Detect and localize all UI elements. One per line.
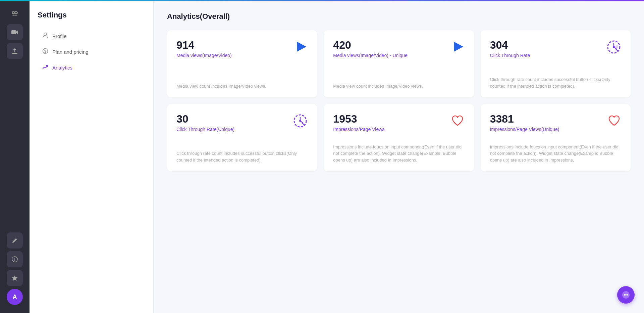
cards-grid: 914 Media views(Image/Video) Media view …: [167, 30, 631, 171]
star-icon[interactable]: [7, 270, 23, 286]
svg-marker-12: [297, 42, 306, 52]
svg-rect-4: [11, 30, 16, 34]
card-number-3: 304: [490, 40, 530, 50]
svg-marker-8: [12, 275, 18, 281]
card-header-5: 1953 Impressions/Page Views: [333, 114, 464, 133]
plan-icon: S: [42, 48, 48, 56]
plan-label: Plan and pricing: [52, 49, 89, 55]
card-desc-5: Impressions include foucs on input compo…: [333, 138, 464, 164]
svg-point-15: [613, 46, 615, 48]
sidebar-item-plan[interactable]: S Plan and pricing: [38, 45, 145, 59]
svg-marker-13: [454, 42, 463, 52]
heart-icon-2: [607, 114, 621, 131]
profile-label: Profile: [52, 33, 67, 39]
upload-icon[interactable]: [7, 43, 23, 59]
card-label-4: Click Through Rate(Unique): [176, 126, 234, 133]
sidebar-item-profile[interactable]: Profile: [38, 29, 145, 43]
card-number-5: 1953: [333, 114, 384, 124]
card-info-3: 304 Click Through Rate: [490, 40, 530, 59]
card-media-views: 914 Media views(Image/Video) Media view …: [167, 30, 317, 97]
card-header-4: 30 Click Through Rate(Unique): [176, 114, 308, 133]
svg-point-17: [299, 120, 301, 122]
card-ctr-unique: 30 Click Through Rate(Unique) Click thro…: [167, 104, 317, 171]
card-info-5: 1953 Impressions/Page Views: [333, 114, 384, 133]
play-icon-2: [450, 40, 465, 57]
play-icon-1: [293, 40, 308, 57]
svg-text:i: i: [14, 258, 15, 262]
chat-bubble[interactable]: [617, 286, 635, 304]
svg-point-21: [627, 294, 628, 296]
video-icon[interactable]: [7, 24, 23, 40]
card-label-2: Media views(Image/Video) - Unique: [333, 52, 408, 59]
svg-point-20: [625, 294, 627, 296]
card-number-4: 30: [176, 114, 234, 124]
logo-icon[interactable]: [7, 5, 23, 21]
card-media-views-unique: 420 Media views(Image/Video) - Unique Me…: [324, 30, 474, 97]
card-desc-1: Media view count includes Image/Video vi…: [176, 78, 308, 90]
card-label-1: Media views(Image/Video): [176, 52, 232, 59]
card-label-6: Impressions/Page Views(Unique): [490, 126, 559, 133]
svg-point-2: [13, 12, 14, 13]
svg-rect-5: [12, 53, 17, 54]
card-info-2: 420 Media views(Image/Video) - Unique: [333, 40, 408, 59]
click-icon-2: [293, 114, 308, 131]
card-label-5: Impressions/Page Views: [333, 126, 384, 133]
sidebar: Settings Profile S Plan and pricing: [30, 0, 154, 313]
edit-icon[interactable]: [7, 232, 23, 249]
sidebar-item-analytics[interactable]: Analytics: [38, 60, 145, 75]
card-header-3: 304 Click Through Rate: [490, 40, 621, 59]
card-info-4: 30 Click Through Rate(Unique): [176, 114, 234, 133]
card-impressions: 1953 Impressions/Page Views Impressions …: [324, 104, 474, 171]
card-header-1: 914 Media views(Image/Video): [176, 40, 308, 59]
svg-point-3: [15, 12, 17, 13]
card-number-6: 3381: [490, 114, 559, 124]
card-desc-3: Click through rate count includes succes…: [490, 71, 621, 89]
page-title: Analytics(Overall): [167, 12, 631, 21]
info-icon[interactable]: i: [7, 251, 23, 267]
card-header-6: 3381 Impressions/Page Views(Unique): [490, 114, 621, 133]
svg-point-19: [624, 294, 625, 296]
card-header-2: 420 Media views(Image/Video) - Unique: [333, 40, 464, 59]
analytics-label: Analytics: [52, 65, 72, 71]
card-desc-6: Impressions include foucs on input compo…: [490, 138, 621, 164]
click-icon-1: [606, 40, 621, 57]
sidebar-nav: Profile S Plan and pricing Analytics: [38, 29, 145, 75]
profile-icon: [42, 32, 48, 40]
sidebar-title: Settings: [38, 11, 145, 19]
card-info-6: 3381 Impressions/Page Views(Unique): [490, 114, 559, 133]
card-ctr: 304 Click Through Rate Click through rat…: [481, 30, 631, 97]
heart-icon-1: [450, 114, 465, 131]
card-desc-4: Click through rate count includes succes…: [176, 145, 308, 163]
card-number-2: 420: [333, 40, 408, 50]
card-impressions-unique: 3381 Impressions/Page Views(Unique) Impr…: [481, 104, 631, 171]
svg-text:S: S: [44, 50, 47, 53]
card-number-1: 914: [176, 40, 232, 50]
svg-point-9: [44, 33, 47, 36]
teal-top-bar: [0, 0, 644, 1]
card-desc-2: Media view count includes Image/Video vi…: [333, 78, 464, 90]
avatar[interactable]: A: [7, 289, 23, 305]
main-content: Analytics(Overall) 914 Media views(Image…: [154, 0, 644, 313]
icon-bar: i A: [0, 0, 30, 313]
analytics-icon: [42, 64, 48, 72]
card-info-1: 914 Media views(Image/Video): [176, 40, 232, 59]
card-label-3: Click Through Rate: [490, 52, 530, 59]
